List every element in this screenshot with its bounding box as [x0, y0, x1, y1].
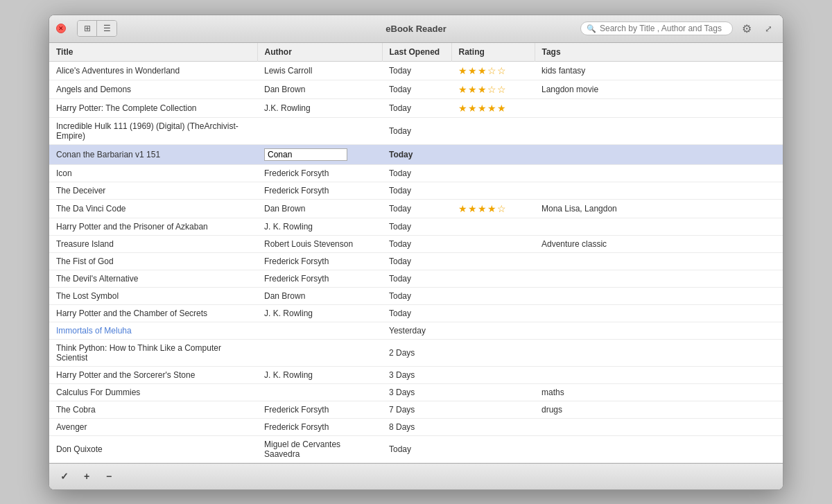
- col-header-author: Author: [257, 43, 382, 62]
- cell-author: Frederick Forsyth: [257, 270, 382, 287]
- table-row[interactable]: Calculus For Dummies3 Daysmaths: [49, 383, 783, 401]
- cell-rating: [451, 218, 535, 235]
- titlebar: ✕ ⊞ ☰ eBook Reader 🔍 ⚙ ⤢: [49, 15, 783, 43]
- cell-tags: Adventure classic: [535, 235, 783, 252]
- table-row[interactable]: Harry Potter and the Prisoner of Azkaban…: [49, 218, 783, 235]
- cell-title: The Da Vinci Code: [49, 199, 257, 218]
- add-button[interactable]: +: [80, 469, 94, 483]
- cell-tags: Langdon movie: [535, 80, 783, 98]
- search-input[interactable]: [600, 24, 727, 33]
- cell-title: Treasure Island: [49, 235, 257, 252]
- settings-button[interactable]: ⚙: [738, 20, 755, 37]
- cell-tags: Mona Lisa, Langdon: [535, 199, 783, 218]
- table-row[interactable]: The Da Vinci CodeDan BrownToday★★★★☆Mona…: [49, 199, 783, 218]
- view-toggle: ⊞ ☰: [77, 20, 117, 37]
- table-row[interactable]: Incredible Hulk 111 (1969) (Digital) (Th…: [49, 117, 783, 144]
- cell-last-opened: Today: [382, 304, 451, 322]
- table-row[interactable]: Don QuixoteMiguel de Cervantes SaavedraT…: [49, 435, 783, 462]
- cell-tags: [535, 322, 783, 339]
- col-header-last-opened: Last Opened: [382, 43, 451, 62]
- table-row[interactable]: The Lost SymbolDan BrownToday: [49, 287, 783, 304]
- table-row[interactable]: IconFrederick ForsythToday: [49, 164, 783, 182]
- cell-last-opened: Today: [382, 182, 451, 199]
- cell-last-opened: Today: [382, 61, 451, 80]
- table-row[interactable]: The CobraFrederick Forsyth7 Daysdrugs: [49, 401, 783, 418]
- cell-rating: [451, 117, 535, 144]
- cell-last-opened: Today: [382, 270, 451, 287]
- cell-last-opened: 3 Days: [382, 366, 451, 383]
- table-row[interactable]: Harry Potter and the Sorcerer's StoneJ. …: [49, 366, 783, 383]
- cell-last-opened: Today: [382, 80, 451, 98]
- cell-tags: [535, 339, 783, 366]
- cell-last-opened: Today: [382, 235, 451, 252]
- list-view-button[interactable]: ☰: [97, 21, 116, 36]
- cell-author: Frederick Forsyth: [257, 182, 382, 199]
- cell-rating: [451, 252, 535, 270]
- cell-last-opened: Today: [382, 117, 451, 144]
- star-rating[interactable]: ★★★★☆: [458, 203, 507, 214]
- cell-rating: [451, 287, 535, 304]
- app-window: ✕ ⊞ ☰ eBook Reader 🔍 ⚙ ⤢ Title Author La…: [49, 15, 783, 490]
- table-row[interactable]: The Devil's AlternativeFrederick Forsyth…: [49, 270, 783, 287]
- cell-last-opened: Today: [382, 287, 451, 304]
- window-title: eBook Reader: [385, 24, 446, 34]
- search-icon: 🔍: [587, 24, 596, 33]
- col-header-rating: Rating: [451, 43, 535, 62]
- cell-title: The Lost Symbol: [49, 287, 257, 304]
- cell-author: Dan Brown: [257, 80, 382, 98]
- remove-button[interactable]: −: [102, 469, 116, 483]
- cell-rating: [451, 235, 535, 252]
- table-row[interactable]: The Fist of GodFrederick ForsythToday: [49, 252, 783, 270]
- cell-title: Harry Potter and the Chamber of Secrets: [49, 304, 257, 322]
- cell-title: Conan the Barbarian v1 151: [49, 144, 257, 164]
- table-row[interactable]: Think Python: How to Think Like a Comput…: [49, 339, 783, 366]
- cell-author: Lewis Carroll: [257, 61, 382, 80]
- cell-author: [257, 117, 382, 144]
- cell-author: Dan Brown: [257, 287, 382, 304]
- cell-title: Angels and Demons: [49, 80, 257, 98]
- cell-tags: [535, 366, 783, 383]
- cell-tags: [535, 218, 783, 235]
- cell-last-opened: Today: [382, 435, 451, 462]
- cell-tags: [535, 144, 783, 164]
- star-rating[interactable]: ★★★☆☆: [458, 65, 507, 76]
- confirm-button[interactable]: ✓: [58, 469, 71, 483]
- cell-title: Harry Potter: The Complete Collection: [49, 98, 257, 117]
- cell-rating: [451, 435, 535, 462]
- table-row[interactable]: The DeceiverFrederick ForsythToday: [49, 182, 783, 199]
- author-edit-input[interactable]: [264, 148, 347, 161]
- table-row[interactable]: Harry Potter and the Chamber of SecretsJ…: [49, 304, 783, 322]
- cell-last-opened: 8 Days: [382, 418, 451, 435]
- search-box[interactable]: 🔍: [580, 21, 733, 35]
- fullscreen-button[interactable]: ⤢: [761, 21, 776, 36]
- cell-title: Alice's Adventures in Wonderland: [49, 61, 257, 80]
- books-table: Title Author Last Opened Rating Tags Ali…: [49, 43, 783, 463]
- table-row[interactable]: Harry Potter: The Complete CollectionJ.K…: [49, 98, 783, 117]
- cell-tags: maths: [535, 383, 783, 401]
- cell-rating: [451, 401, 535, 418]
- cell-tags: [535, 117, 783, 144]
- cell-author: [257, 322, 382, 339]
- cell-rating: [451, 164, 535, 182]
- cell-last-opened: Today: [382, 218, 451, 235]
- table-row[interactable]: Conan the Barbarian v1 151Today: [49, 144, 783, 164]
- close-button[interactable]: ✕: [56, 24, 66, 33]
- titlebar-left: ✕ ⊞ ☰: [56, 20, 117, 37]
- cell-tags: drugs: [535, 401, 783, 418]
- cell-rating: ★★★☆☆: [451, 80, 535, 98]
- table-row[interactable]: AvengerFrederick Forsyth8 Days: [49, 418, 783, 435]
- table-row[interactable]: Immortals of MeluhaYesterday: [49, 322, 783, 339]
- table-row[interactable]: Alice's Adventures in WonderlandLewis Ca…: [49, 61, 783, 80]
- table-row[interactable]: Angels and DemonsDan BrownToday★★★☆☆Lang…: [49, 80, 783, 98]
- star-rating[interactable]: ★★★★★: [458, 103, 507, 114]
- cell-tags: kids fantasy: [535, 61, 783, 80]
- cell-rating: [451, 366, 535, 383]
- cell-title: Calculus For Dummies: [49, 383, 257, 401]
- cell-rating: [451, 418, 535, 435]
- star-rating[interactable]: ★★★☆☆: [458, 84, 507, 95]
- cell-rating: ★★★★☆: [451, 199, 535, 218]
- cell-author: Frederick Forsyth: [257, 252, 382, 270]
- cell-tags: [535, 270, 783, 287]
- table-row[interactable]: Treasure IslandRobert Louis StevensonTod…: [49, 235, 783, 252]
- grid-view-button[interactable]: ⊞: [78, 21, 97, 36]
